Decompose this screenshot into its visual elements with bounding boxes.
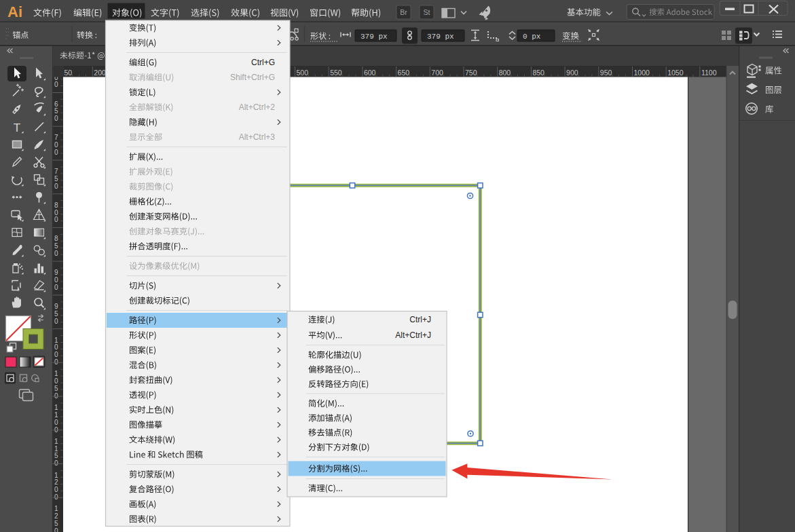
svg-text:Ctrl+G: Ctrl+G [251, 58, 275, 67]
svg-text:Alt+Ctrl+J: Alt+Ctrl+J [395, 330, 431, 340]
svg-text:9: 9 [54, 269, 58, 276]
svg-text:1: 1 [54, 404, 58, 411]
svg-text:0 px: 0 px [523, 33, 541, 41]
svg-text:0: 0 [54, 183, 58, 190]
svg-text:2: 2 [54, 512, 58, 520]
svg-text:379 px: 379 px [360, 33, 388, 41]
svg-text:600: 600 [364, 69, 376, 77]
svg-text:0: 0 [54, 284, 58, 291]
svg-text:0: 0 [54, 141, 58, 149]
svg-text:Alt+Ctrl+3: Alt+Ctrl+3 [239, 132, 276, 142]
svg-text:0: 0 [54, 209, 58, 216]
svg-text:0: 0 [54, 343, 58, 351]
svg-text:0: 0 [54, 377, 58, 385]
svg-text:9: 9 [54, 303, 58, 310]
svg-text:7: 7 [54, 168, 58, 175]
svg-text:5: 5 [54, 385, 58, 392]
svg-text:Ctrl+J: Ctrl+J [409, 315, 431, 324]
svg-text:5: 5 [54, 452, 58, 459]
svg-text:0: 0 [54, 358, 58, 366]
svg-text:St: St [424, 8, 430, 16]
svg-text:8: 8 [54, 235, 58, 242]
svg-text:Br: Br [400, 8, 407, 16]
svg-text:500: 500 [297, 69, 309, 77]
svg-text:1: 1 [54, 438, 58, 445]
svg-text:T: T [14, 121, 20, 134]
svg-text:2: 2 [54, 478, 58, 486]
svg-text:Ai: Ai [7, 3, 22, 20]
svg-text:750: 750 [465, 69, 477, 77]
svg-text:8: 8 [54, 202, 58, 209]
svg-text:1: 1 [54, 445, 58, 453]
svg-text:379 px: 379 px [427, 33, 454, 41]
svg-text:0: 0 [54, 149, 58, 156]
svg-text:Alt+Ctrl+2: Alt+Ctrl+2 [239, 102, 276, 112]
svg-text:200: 200 [94, 69, 106, 77]
svg-text:650: 650 [398, 69, 410, 77]
svg-text:0: 0 [54, 216, 58, 223]
svg-text:1: 1 [54, 337, 58, 344]
svg-text:Shift+Ctrl+G: Shift+Ctrl+G [230, 73, 275, 82]
svg-text:550: 550 [330, 69, 342, 77]
svg-text:1: 1 [54, 370, 58, 377]
svg-text:0: 0 [54, 392, 58, 400]
svg-text:5: 5 [54, 520, 58, 527]
svg-text:1: 1 [54, 472, 58, 479]
svg-text:6: 6 [54, 100, 58, 108]
svg-text:900: 900 [566, 69, 578, 77]
svg-text:0: 0 [54, 115, 58, 122]
svg-text:0: 0 [54, 81, 58, 88]
svg-text:1000: 1000 [634, 69, 650, 77]
svg-text:0: 0 [54, 318, 58, 325]
svg-text:1: 1 [54, 411, 58, 419]
svg-text:0: 0 [54, 527, 58, 532]
svg-text:1: 1 [54, 505, 58, 512]
svg-text:5: 5 [54, 242, 58, 250]
svg-text:0: 0 [54, 486, 58, 493]
svg-text:0: 0 [54, 250, 58, 257]
svg-text:0: 0 [54, 276, 58, 284]
svg-text:1050: 1050 [667, 69, 684, 77]
svg-text:0: 0 [54, 493, 58, 501]
svg-text:700: 700 [431, 69, 443, 77]
svg-text:0: 0 [54, 351, 58, 358]
svg-text:850: 850 [532, 69, 544, 77]
svg-text:7: 7 [54, 134, 58, 141]
svg-text:5: 5 [54, 175, 58, 183]
svg-text:5: 5 [54, 310, 58, 318]
svg-text:0: 0 [54, 419, 58, 426]
svg-text:0: 0 [54, 459, 58, 467]
svg-text:800: 800 [499, 69, 511, 77]
svg-text:5: 5 [54, 107, 58, 115]
svg-text:950: 950 [600, 69, 612, 77]
svg-text:0: 0 [54, 426, 58, 434]
svg-text:1100: 1100 [701, 69, 717, 77]
